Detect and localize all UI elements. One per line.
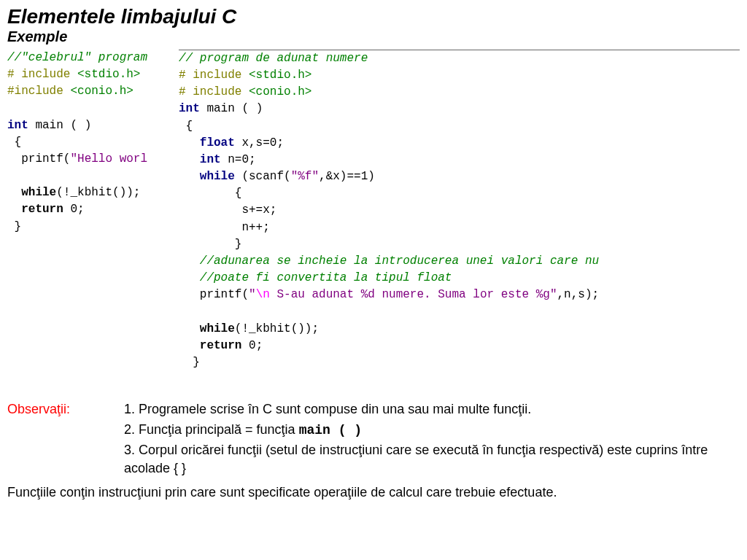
code-token: <conio.h>: [70, 85, 133, 98]
code-line: # include: [7, 68, 77, 81]
code-token: S-au adunat %d numere. Suma lor este %g": [270, 288, 557, 301]
code-token: return: [179, 339, 241, 352]
code-token: printf(: [7, 152, 70, 166]
code-token: ": [249, 288, 256, 301]
code-line: // program de adunat numere: [179, 52, 368, 65]
code-token: "%f": [291, 170, 319, 183]
code-token: int: [7, 119, 28, 132]
page-title: Elementele limbajului C: [7, 6, 740, 28]
note-2-text: 2. Funcţia principală = funcţia: [124, 422, 299, 437]
code-token: (!_kbhit());: [56, 186, 140, 199]
note-2: 2. Funcţia principală = funcţia main ( ): [124, 421, 740, 440]
code-line: {: [179, 120, 193, 133]
code-token: while: [179, 322, 235, 335]
note-2-code: main ( ): [299, 423, 362, 438]
code-token: n=0;: [221, 153, 256, 166]
code-line: //"celebrul" program: [7, 51, 147, 64]
note-3: 3. Corpul oricărei funcţii (setul de ins…: [124, 441, 740, 478]
code-token: main ( ): [200, 102, 263, 115]
code-line: }: [179, 356, 200, 369]
page-subtitle: Exemple: [7, 28, 740, 45]
code-token: while: [179, 170, 235, 183]
code-token: <conio.h>: [249, 85, 311, 98]
code-token: printf(: [179, 288, 249, 301]
code-line: {: [179, 187, 241, 200]
code-token: "Hello worl: [70, 152, 147, 166]
observations-label: Observaţii:: [7, 400, 124, 419]
code-token: ,n,s);: [557, 288, 600, 301]
code-line: }: [7, 220, 21, 233]
code-token: # include: [179, 69, 249, 82]
code-line: //adunarea se incheie la introducerea un…: [179, 254, 599, 268]
code-right: // program de adunat numere # include <s…: [179, 50, 740, 372]
code-token: while: [7, 186, 56, 199]
code-token: 0;: [63, 203, 85, 216]
code-token: return: [7, 203, 63, 216]
code-line: //poate fi convertita la tipul float: [179, 271, 452, 284]
code-left: //"celebrul" program # include <stdio.h>…: [7, 50, 179, 236]
code-token: (!_kbhit());: [235, 322, 319, 335]
code-token: 0;: [241, 339, 263, 352]
code-token: int: [179, 153, 221, 166]
code-token: int: [179, 102, 200, 115]
code-token: <stdio.h>: [249, 69, 311, 82]
observations-row: Observaţii: 1. Programele scrise în C su…: [7, 400, 740, 479]
code-token: main ( ): [28, 119, 91, 132]
code-token: # include: [179, 85, 249, 98]
notes-section: Observaţii: 1. Programele scrise în C su…: [7, 400, 740, 502]
notes-footer: Funcţiile conţin instrucţiuni prin care …: [7, 483, 740, 502]
code-token: ,&x)==1): [319, 170, 375, 183]
code-token: float: [179, 136, 235, 149]
code-line: s+=x;: [179, 203, 276, 217]
code-line: n++;: [179, 221, 270, 234]
code-token: (scanf(: [235, 170, 291, 183]
code-token: <stdio.h>: [77, 68, 140, 81]
code-token: x,s=0;: [235, 136, 284, 149]
code-line: {: [7, 136, 21, 149]
observations-body: 1. Programele scrise în C sunt compuse d…: [124, 400, 740, 479]
note-1: 1. Programele scrise în C sunt compuse d…: [124, 400, 740, 419]
code-columns: //"celebrul" program # include <stdio.h>…: [7, 50, 740, 372]
code-line: #include: [7, 85, 70, 98]
code-line: }: [179, 238, 241, 251]
code-token: \n: [256, 288, 270, 301]
